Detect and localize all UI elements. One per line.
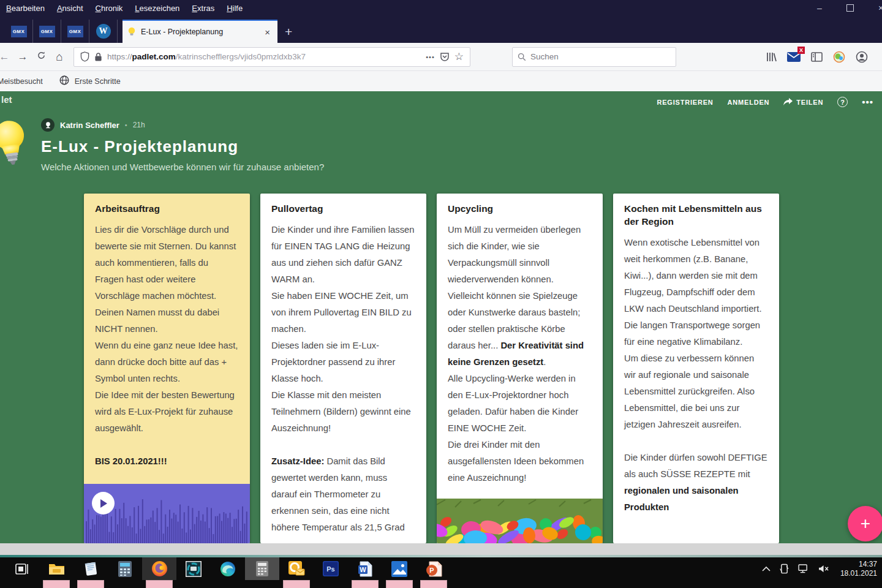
network-icon[interactable] <box>798 564 810 573</box>
add-post-button[interactable]: + <box>848 506 882 541</box>
note-title: Kochen mit Lebensmitteln aus der Region <box>624 203 768 228</box>
browser-menubar: Bearbeiten Ansicht Chronik Lesezeichen E… <box>0 0 882 16</box>
back-button[interactable]: ← <box>0 51 12 63</box>
gmx-icon: GMX <box>39 26 55 37</box>
share-button[interactable]: TEILEN <box>783 98 823 106</box>
note-paragraph: Wenn du eine ganz neue Idee hast, dann d… <box>95 337 239 387</box>
library-icon[interactable] <box>764 50 778 64</box>
note-paragraph: Alle Upcycling-Werke werden in den E-Lux… <box>448 371 592 437</box>
menu-extras[interactable]: Extras <box>192 4 214 13</box>
minimize-button[interactable]: – <box>813 3 826 13</box>
taskbar-notepad-icon[interactable] <box>74 557 108 580</box>
pinned-tab-gmx-2[interactable]: GMX <box>33 20 61 43</box>
note-title: Upcycling <box>448 203 592 216</box>
note-card-3[interactable]: UpcyclingUm Müll zu vermeiden überlegen … <box>437 194 603 543</box>
tab-close-icon[interactable]: × <box>262 27 273 37</box>
note-paragraph: Die drei Kinder mit den ausgefallensten … <box>448 437 592 486</box>
search-input[interactable] <box>530 52 653 61</box>
note-card-2[interactable]: PullovertagDie Kinder und ihre Familien … <box>260 194 426 543</box>
windows-taskbar: PsWP 14:37 18.01.2021 <box>0 557 882 588</box>
play-icon <box>99 499 108 508</box>
post-age: 21h <box>133 121 145 129</box>
pinned-tab-gmx-3[interactable]: GMX <box>61 20 89 43</box>
menu-chronik[interactable]: Chronik <box>96 4 123 13</box>
home-button[interactable]: ⌂ <box>51 50 67 64</box>
share-arrow-icon <box>783 98 793 106</box>
taskbar-photos-icon[interactable] <box>382 557 417 580</box>
system-tray: 14:37 18.01.2021 <box>762 557 877 580</box>
globe-icon <box>59 75 69 87</box>
bookmark-meistbesucht[interactable]: Meistbesucht <box>0 77 43 86</box>
taskbar-calculator-grey-icon[interactable] <box>245 557 279 580</box>
your-phone-icon[interactable] <box>779 564 790 574</box>
note-card-1[interactable]: ArbeitsauftragLies dir die Vorschläge du… <box>84 194 250 543</box>
svg-text:Ps: Ps <box>326 565 334 573</box>
taskbar-pink-indicator <box>43 580 70 588</box>
account-icon[interactable] <box>855 50 869 64</box>
note-paragraph: Die Idee mit der besten Bewertung wird a… <box>95 387 239 437</box>
address-bar[interactable]: https://padlet.com/katrinschefflergs/vji… <box>74 47 470 67</box>
board-title: E-Lux - Projekteplanung <box>41 137 324 156</box>
audio-attachment[interactable] <box>84 484 250 543</box>
menu-lesezeichen[interactable]: Lesezeichen <box>135 4 179 13</box>
taskbar-edge-icon[interactable] <box>211 557 245 580</box>
play-button[interactable] <box>92 492 115 514</box>
volume-muted-icon[interactable] <box>818 564 829 573</box>
board-header: Katrin Scheffler • 21h E-Lux - Projektep… <box>41 118 324 172</box>
note-paragraph: Lies dir die Vorschläge durch und bewert… <box>95 222 239 337</box>
taskbar-calculator-blue-icon[interactable] <box>108 557 142 580</box>
note-paragraph: Die Klasse mit den meisten Teilnehmern (… <box>271 387 415 437</box>
navigation-toolbar: ← → ⌂ https://padlet.com/katrinscheffler… <box>0 43 882 71</box>
taskbar-firefox-icon[interactable] <box>142 557 176 580</box>
taskbar-pink-indicator <box>77 580 104 588</box>
active-tab[interactable]: E-Lux - Projekteplanung × <box>123 20 277 43</box>
mail-badge: X <box>797 47 805 54</box>
page-actions-icon[interactable]: ••• <box>426 53 435 61</box>
reload-button[interactable] <box>33 51 49 63</box>
taskbar-pink-indicator <box>352 580 379 588</box>
menu-ansicht[interactable]: Ansicht <box>57 4 83 13</box>
board-more-icon[interactable]: ••• <box>862 97 873 107</box>
taskbar-photoshop-icon[interactable]: Ps <box>314 557 348 580</box>
gmx-icon: GMX <box>67 26 83 37</box>
author-avatar[interactable] <box>41 118 55 132</box>
maximize-button[interactable] <box>846 4 854 12</box>
menu-hilfe[interactable]: Hilfe <box>227 4 243 13</box>
gmx-mail-icon[interactable]: X <box>787 50 801 64</box>
taskbar-file-explorer-icon[interactable] <box>39 557 74 580</box>
note-paragraph: BIS 20.01.2021!!! <box>95 453 239 470</box>
taskbar-screen-recorder-icon[interactable] <box>176 557 211 580</box>
pinned-tab-wordpress[interactable]: W <box>89 20 118 43</box>
search-bar[interactable] <box>512 47 676 67</box>
extension-globe-icon[interactable] <box>832 50 846 64</box>
taskbar-clock[interactable]: 14:37 18.01.2021 <box>840 560 877 578</box>
bookmark-star-icon[interactable]: ☆ <box>454 50 464 63</box>
menu-bearbeiten[interactable]: Bearbeiten <box>6 4 45 13</box>
taskbar-word-icon[interactable]: W <box>348 557 382 580</box>
lightbulb-favicon <box>127 27 136 37</box>
sidebar-icon[interactable] <box>810 50 823 64</box>
board-subtitle: Welche Aktionen und Wettbewerbe können w… <box>41 162 324 172</box>
note-paragraph: Die Kinder und ihre Familien lassen für … <box>271 222 415 288</box>
padlet-board: let REGISTRIEREN ANMELDEN TEILEN ? ••• <box>0 91 882 543</box>
pinned-tab-gmx-1[interactable]: GMX <box>5 20 33 43</box>
login-button[interactable]: ANMELDEN <box>728 99 770 106</box>
new-tab-button[interactable]: + <box>277 24 301 43</box>
note-paragraph: Vielleicht können sie Spielzeuge oder Ku… <box>448 288 592 371</box>
note-card-4[interactable]: Kochen mit Lebensmitteln aus der RegionW… <box>613 194 779 543</box>
taskbar-outlook-icon[interactable] <box>279 557 314 580</box>
help-button[interactable]: ? <box>837 97 848 107</box>
taskbar-pink-indicator <box>420 580 447 588</box>
register-button[interactable]: REGISTRIEREN <box>657 99 713 106</box>
forward-button[interactable]: → <box>15 51 31 63</box>
taskbar-powerpoint-icon[interactable]: P <box>417 557 451 580</box>
padlet-logo[interactable]: let <box>1 94 12 105</box>
bookmark-erste-schritte[interactable]: Erste Schritte <box>75 77 121 86</box>
close-window-button[interactable]: × <box>875 3 882 13</box>
taskbar-task-view-icon[interactable] <box>5 557 39 580</box>
note-paragraph: Um diese zu verbessern können wir auf re… <box>624 350 768 433</box>
wordpress-icon: W <box>96 24 111 39</box>
tray-chevron-up-icon[interactable] <box>762 566 771 571</box>
lightbulb-image <box>0 118 28 170</box>
upcycling-photo[interactable] <box>437 499 603 543</box>
